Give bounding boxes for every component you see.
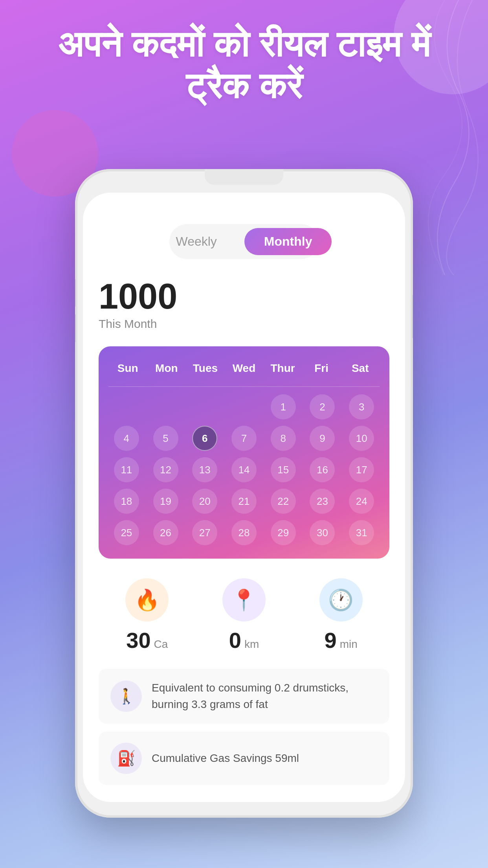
cal-day-29[interactable]: 29 [265, 519, 301, 547]
phone-screen: Weekly Monthly 1000 This Month Sun Mon T… [83, 193, 405, 802]
day-wed: Wed [225, 358, 264, 379]
day-tues: Tues [186, 358, 225, 379]
cal-day-6[interactable]: 6 [187, 424, 223, 452]
distance-stat: 📍 0 km [222, 578, 266, 653]
distance-icon-wrap: 📍 [222, 578, 266, 622]
cal-day-30[interactable]: 30 [305, 519, 341, 547]
cal-day-3[interactable]: 3 [343, 393, 380, 421]
calendar-header: Sun Mon Tues Wed Thur Fri Sat [108, 358, 380, 379]
cal-empty-4 [226, 393, 262, 421]
time-icon-wrap: 🕐 [319, 578, 363, 622]
distance-value: 0 [229, 627, 241, 653]
day-sun: Sun [108, 358, 147, 379]
cal-empty-2 [148, 393, 184, 421]
phone-mockup: Weekly Monthly 1000 This Month Sun Mon T… [75, 169, 413, 818]
time-unit: min [340, 638, 358, 651]
screen-content: Weekly Monthly 1000 This Month Sun Mon T… [83, 193, 405, 802]
cal-day-17[interactable]: 17 [343, 456, 380, 484]
calories-value: 30 [126, 627, 150, 653]
cal-day-19[interactable]: 19 [148, 487, 184, 515]
cal-day-18[interactable]: 18 [108, 487, 145, 515]
cal-day-2[interactable]: 2 [305, 393, 341, 421]
cal-day-27[interactable]: 27 [187, 519, 223, 547]
hero-title: अपने कदमों को रीयल टाइम में ट्रैक करें [0, 24, 488, 107]
cal-day-1[interactable]: 1 [265, 393, 301, 421]
cal-day-26[interactable]: 26 [148, 519, 184, 547]
cal-day-28[interactable]: 28 [226, 519, 262, 547]
day-mon: Mon [147, 358, 186, 379]
cal-day-7[interactable]: 7 [226, 424, 262, 452]
clock-icon: 🕐 [328, 588, 354, 612]
gas-icon: ⛽ [117, 750, 136, 767]
cal-day-10[interactable]: 10 [343, 424, 380, 452]
time-value: 9 [325, 627, 337, 653]
distance-value-row: 0 km [229, 627, 259, 653]
steps-count: 1000 [99, 279, 389, 314]
cal-day-25[interactable]: 25 [108, 519, 145, 547]
phone-volume-down-button [75, 314, 76, 342]
phone-notch [205, 169, 283, 185]
steps-period-label: This Month [99, 317, 389, 331]
calories-value-row: 30 Ca [126, 627, 168, 653]
calories-stat: 🔥 30 Ca [125, 578, 169, 653]
location-icon: 📍 [231, 588, 257, 612]
cal-day-24[interactable]: 24 [343, 487, 380, 515]
tab-switcher: Weekly Monthly [169, 224, 319, 259]
calories-icon-wrap: 🔥 [125, 578, 169, 622]
cal-day-21[interactable]: 21 [226, 487, 262, 515]
time-value-row: 9 min [325, 627, 358, 653]
cal-empty-3 [187, 393, 223, 421]
cal-day-11[interactable]: 11 [108, 456, 145, 484]
cal-day-8[interactable]: 8 [265, 424, 301, 452]
fire-icon: 🔥 [134, 588, 160, 612]
time-stat: 🕐 9 min [319, 578, 363, 653]
phone-volume-up-button [75, 279, 76, 307]
cal-day-31[interactable]: 31 [343, 519, 380, 547]
calendar: Sun Mon Tues Wed Thur Fri Sat 1 2 [99, 346, 389, 559]
person-icon: 🚶 [117, 688, 136, 705]
info-calories-icon: 🚶 [110, 680, 142, 712]
info-card-calories: 🚶 Equivalent to consuming 0.2 drumsticks… [99, 669, 389, 724]
cal-day-5[interactable]: 5 [148, 424, 184, 452]
info-gas-icon: ⛽ [110, 743, 142, 774]
day-fri: Fri [302, 358, 341, 379]
cal-day-12[interactable]: 12 [148, 456, 184, 484]
cal-day-13[interactable]: 13 [187, 456, 223, 484]
monthly-tab[interactable]: Monthly [244, 228, 332, 255]
cal-day-14[interactable]: 14 [226, 456, 262, 484]
cal-day-22[interactable]: 22 [265, 487, 301, 515]
day-sat: Sat [341, 358, 380, 379]
cal-day-9[interactable]: 9 [305, 424, 341, 452]
cal-day-23[interactable]: 23 [305, 487, 341, 515]
cal-empty-1 [108, 393, 145, 421]
weekly-tab[interactable]: Weekly [156, 228, 237, 255]
info-calories-text: Equivalent to consuming 0.2 drumsticks, … [152, 680, 378, 713]
cal-day-16[interactable]: 16 [305, 456, 341, 484]
cal-day-15[interactable]: 15 [265, 456, 301, 484]
calories-unit: Ca [154, 638, 168, 651]
cal-day-4[interactable]: 4 [108, 424, 145, 452]
calendar-grid: 1 2 3 4 5 6 7 8 9 10 11 12 13 14 15 [108, 393, 380, 547]
stats-row: 🔥 30 Ca 📍 0 km [99, 578, 389, 653]
cal-day-20[interactable]: 20 [187, 487, 223, 515]
day-thur: Thur [263, 358, 302, 379]
info-gas-text: Cumulative Gas Savings 59ml [152, 750, 299, 767]
info-card-gas: ⛽ Cumulative Gas Savings 59ml [99, 732, 389, 785]
phone-power-button [412, 295, 413, 338]
distance-unit: km [244, 638, 259, 651]
calendar-divider [108, 386, 380, 387]
